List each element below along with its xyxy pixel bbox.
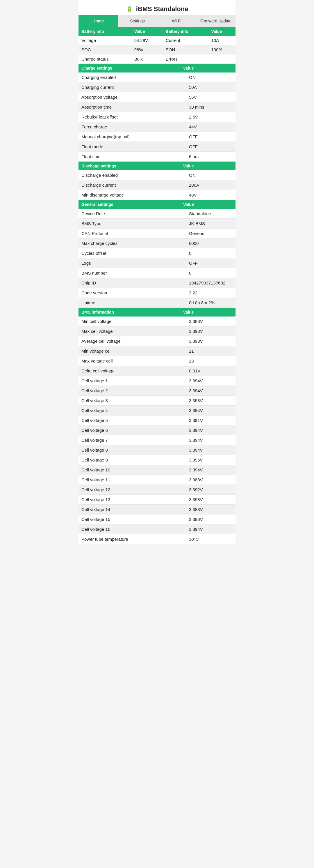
- general-settings-label: General settings: [81, 202, 183, 207]
- data-row: Cell voltage 5 3.391V: [78, 415, 236, 426]
- row-value: ON: [186, 72, 236, 82]
- battery-value-2: [208, 55, 236, 64]
- data-row: Force charge 44V: [78, 122, 236, 132]
- row-value: 3.394V: [186, 524, 236, 534]
- row-label: Discharge enabled: [78, 170, 186, 180]
- data-row: CAN Protocol Generic: [78, 228, 236, 239]
- charge-settings-section: Charge settings Value Charging enabled O…: [78, 64, 236, 162]
- tab-settings[interactable]: Settings: [118, 15, 157, 27]
- battery-top-row: Voltage 54.29V Current 10A: [78, 36, 236, 45]
- discharge-settings-header: Dischage settings Value: [78, 162, 236, 170]
- nav-tabs: Home Settings Wi-Fi Firmware Update: [78, 15, 236, 27]
- row-label: CAN Protocol: [78, 228, 186, 238]
- row-label: Cell voltage 4: [78, 406, 186, 415]
- row-label: Cell voltage 8: [78, 445, 186, 455]
- data-row: Float mode OFF: [78, 142, 236, 152]
- row-value: 2.5V: [186, 112, 236, 122]
- row-value: 3.394V: [186, 386, 236, 396]
- row-label: Cell voltage 7: [78, 435, 186, 445]
- bms-information-section: BMS information Value Min cell voltage 3…: [78, 308, 236, 544]
- bms-information-header: BMS information Value: [78, 308, 236, 316]
- battery-label-1: Charge status: [78, 55, 131, 64]
- row-label: Float mode: [78, 142, 186, 151]
- row-value: 3.394V: [186, 445, 236, 455]
- row-label: Cell voltage 6: [78, 426, 186, 435]
- row-value: 0d 0h 8m 29s: [186, 298, 236, 308]
- battery-value-2: 100%: [208, 45, 236, 55]
- data-row: Manual charging(top bal) OFF: [78, 132, 236, 142]
- battery-label-2: SOH: [163, 45, 208, 55]
- row-value: 11: [186, 346, 236, 356]
- row-value: 194279037137692: [186, 278, 236, 288]
- row-label: Float time: [78, 152, 186, 161]
- row-value: 13: [186, 356, 236, 366]
- row-label: Average cell voltage: [78, 336, 186, 346]
- row-label: Delta cell voltage: [78, 366, 186, 376]
- row-label: Chip ID: [78, 278, 186, 288]
- row-value: 3.394V: [186, 376, 236, 385]
- row-value: 3.393V: [186, 396, 236, 405]
- data-row: Logs OFF: [78, 258, 236, 268]
- row-value: 3.394V: [186, 406, 236, 415]
- discharge-settings-label: Dischage settings: [81, 164, 183, 168]
- data-row: Cell voltage 6 3.394V: [78, 426, 236, 435]
- row-label: Charging enabled: [78, 72, 186, 82]
- data-row: Cell voltage 13 3.398V: [78, 495, 236, 505]
- data-row: Float time 6 hrs: [78, 152, 236, 162]
- row-label: Logs: [78, 258, 186, 268]
- battery-label-1: SOC: [78, 45, 131, 55]
- battery-label-2: Current: [163, 36, 208, 45]
- row-value: 3.22: [186, 288, 236, 298]
- data-row: Charging enabled ON: [78, 72, 236, 83]
- data-row: Max voltage cell 13: [78, 356, 236, 366]
- row-value: 30 mins: [186, 102, 236, 112]
- data-row: Cell voltage 12 3.392V: [78, 485, 236, 495]
- tab-wifi[interactable]: Wi-Fi: [157, 15, 196, 27]
- data-row: Discharge current 100A: [78, 180, 236, 190]
- tab-home[interactable]: Home: [78, 15, 118, 27]
- battery-icon: 🔋: [126, 6, 133, 12]
- row-value: 44V: [186, 122, 236, 132]
- general-settings-header: General settings Value: [78, 200, 236, 209]
- general-settings-rows: Device Role Standalone BMS Type JK-BMS C…: [78, 209, 236, 308]
- row-label: BMS number: [78, 268, 186, 278]
- data-row: Absorption voltage 56V: [78, 92, 236, 102]
- row-value: 3.396V: [186, 455, 236, 465]
- row-value: 3.398V: [186, 495, 236, 504]
- row-value: 6 hrs: [186, 152, 236, 161]
- row-label: Max cell voltage: [78, 327, 186, 336]
- discharge-settings-rows: Discharge enabled ON Discharge current 1…: [78, 170, 236, 200]
- battery-value-1: 54.29V: [131, 36, 163, 45]
- row-label: Cell voltage 5: [78, 415, 186, 425]
- data-row: Absorption time 30 mins: [78, 102, 236, 112]
- battery-value-col4-header: Value: [208, 27, 236, 36]
- bms-information-value-header: Value: [183, 310, 233, 314]
- row-value: OFF: [186, 142, 236, 151]
- data-row: Cell voltage 9 3.396V: [78, 455, 236, 465]
- row-value: 0.01V: [186, 366, 236, 376]
- battery-label-1: Voltage: [78, 36, 131, 45]
- data-row: Min cell voltage 3.388V: [78, 316, 236, 327]
- row-value: 3.388V: [186, 505, 236, 514]
- battery-value-1: Bulk: [131, 55, 163, 64]
- row-value: 30°C: [186, 534, 236, 544]
- row-value: 3.394V: [186, 435, 236, 445]
- battery-info-col3-header: Battery info: [163, 27, 208, 36]
- data-row: Cycles offset 0: [78, 248, 236, 258]
- row-label: Device Role: [78, 209, 186, 218]
- row-value: 3.392V: [186, 485, 236, 494]
- row-label: Power tube temperature: [78, 534, 186, 544]
- tab-firmware-update[interactable]: Firmware Update: [196, 15, 236, 27]
- row-value: 3.393V: [186, 336, 236, 346]
- row-label: Discharge current: [78, 180, 186, 190]
- data-row: Cell voltage 14 3.388V: [78, 505, 236, 515]
- data-row: BMS number 0: [78, 268, 236, 278]
- charge-settings-value-header: Value: [183, 66, 233, 70]
- row-label: Force charge: [78, 122, 186, 132]
- row-label: Cell voltage 15: [78, 515, 186, 524]
- row-value: Standalone: [186, 209, 236, 218]
- row-label: Cell voltage 3: [78, 396, 186, 405]
- data-row: Code version 3.22: [78, 288, 236, 298]
- battery-top-table: Battery info Value Battery info Value Vo…: [78, 27, 236, 64]
- bms-information-label: BMS information: [81, 310, 183, 314]
